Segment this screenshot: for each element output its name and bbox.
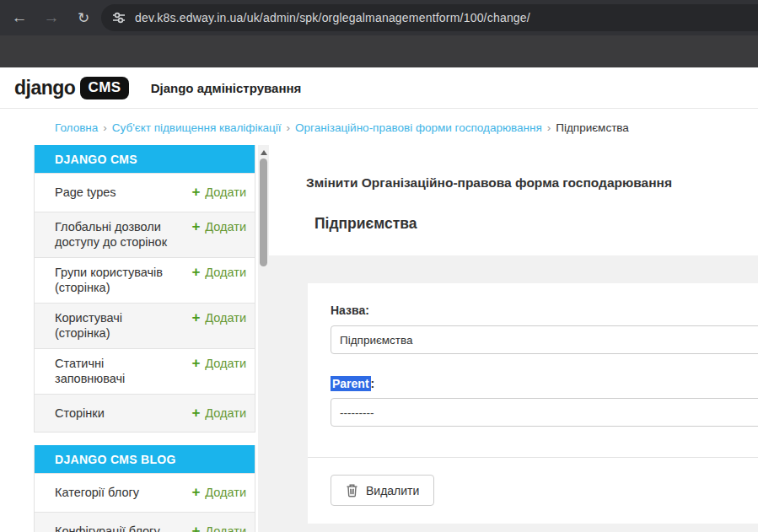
sidebar-item-global-page-permissions[interactable]: Глобальні дозволи доступу до сторінок + … [35,212,255,257]
breadcrumb-current: Підприємства [556,121,629,134]
add-link-label: Додати [205,485,246,500]
django-cms-logo[interactable]: django [14,77,75,99]
forward-icon[interactable]: → [39,0,64,35]
browser-chrome: ← → ↻ dev.k8s.edway.in.ua/uk/admin/spk/o… [0,0,758,67]
plus-icon: + [191,406,200,421]
sidebar-module-title: DJANGO CMS [35,145,255,173]
admin-site-title[interactable]: Django адміністрування [151,81,302,95]
sidebar-scrollbar[interactable] [258,145,269,532]
parent-select[interactable]: --------- [331,398,758,427]
plus-icon: + [191,310,200,325]
sidebar-item-label[interactable]: Користувачі (сторінка) [55,310,175,341]
change-form-panel: Назва: Parent: --------- Видалити [308,283,758,524]
sidebar-item-pages[interactable]: Сторінки + Додати [35,394,255,433]
plus-icon: + [191,265,200,280]
sidebar-item-label[interactable]: Глобальні дозволи доступу до сторінок [55,219,175,250]
plus-icon: + [191,219,200,234]
sidebar-item-label[interactable]: Статичні заповнювачі [55,356,175,387]
add-link-label: Додати [205,185,246,200]
sidebar: DJANGO CMS Page types + Додати Глобальні… [34,145,255,532]
sidebar-item-label[interactable]: Категорії блогу [55,485,175,501]
site-settings-tune-icon[interactable] [112,11,126,24]
add-link-label: Додати [205,356,246,371]
scrollbar-up-arrow-icon[interactable] [261,150,267,155]
add-static-placeholder-link[interactable]: + Додати [191,356,246,371]
delete-button[interactable]: Видалити [331,475,434,506]
sidebar-module-title: DJANGO CMS BLOG [35,445,255,473]
parent-field-label: Parent: [331,377,374,390]
sidebar-item-page-types[interactable]: Page types + Додати [35,173,255,212]
breadcrumb-separator: › [547,121,551,134]
add-page-user-link[interactable]: + Додати [191,310,246,325]
site-header: django CMS Django адміністрування [0,67,758,109]
add-link-label: Додати [205,524,246,532]
breadcrumb-link-org-legal-forms[interactable]: Організаційно-правові форми господарюван… [295,121,542,134]
url-text: dev.k8s.edway.in.ua/uk/admin/spk/orglega… [135,11,530,24]
reload-icon[interactable]: ↻ [71,0,96,35]
sidebar-item-label[interactable]: Page types [55,185,175,201]
delete-button-label: Видалити [366,484,419,497]
add-link-label: Додати [205,265,246,280]
add-global-page-permission-link[interactable]: + Додати [191,219,246,234]
plus-icon: + [191,185,200,200]
add-page-link[interactable]: + Додати [191,406,246,421]
bookmarks-bar [0,35,758,67]
breadcrumb-link-spk[interactable]: Суб'єкт підвищення кваліфікації [112,121,282,134]
name-field-label: Назва: [331,304,369,317]
sidebar-item-page-users[interactable]: Користувачі (сторінка) + Додати [35,303,255,348]
page-title: Змінити Організаційно-правова форма госп… [306,175,672,191]
sidebar-item-static-placeholders[interactable]: Статичні заповнювачі + Додати [35,348,255,394]
parent-label-colon: : [371,377,375,390]
breadcrumb-separator: › [103,121,107,134]
breadcrumb-link-home[interactable]: Головна [55,121,98,134]
add-page-user-group-link[interactable]: + Додати [191,265,246,280]
plus-icon: + [191,356,200,371]
plus-icon: + [191,524,200,532]
form-divider [308,457,758,458]
plus-icon: + [191,485,200,500]
add-link-label: Додати [205,406,246,421]
breadcrumb: Головна › Суб'єкт підвищення кваліфікаці… [0,110,758,145]
sidebar-item-label[interactable]: Конфігурації блогу [55,524,175,532]
add-link-label: Додати [205,310,246,325]
object-title: Підприємства [314,215,417,233]
back-icon[interactable]: ← [7,0,32,35]
cms-logo-badge[interactable]: CMS [80,77,128,99]
add-link-label: Додати [205,219,246,234]
browser-toolbar: ← → ↻ dev.k8s.edway.in.ua/uk/admin/spk/o… [0,0,758,35]
sidebar-item-blog-categories[interactable]: Категорії блогу + Додати [35,473,255,512]
breadcrumb-separator: › [287,121,291,134]
sidebar-item-label[interactable]: Сторінки [55,406,175,422]
add-blog-category-link[interactable]: + Додати [191,485,246,500]
sidebar-module-django-cms: DJANGO CMS Page types + Додати Глобальні… [34,145,255,433]
sidebar-item-blog-configurations[interactable]: Конфігурації блогу + Додати [35,512,255,532]
sidebar-item-page-user-groups[interactable]: Групи користувачів (сторінка) + Додати [35,257,255,303]
name-input[interactable] [331,325,758,354]
add-page-types-link[interactable]: + Додати [191,185,246,200]
address-bar[interactable]: dev.k8s.edway.in.ua/uk/admin/spk/orglega… [101,4,758,31]
sidebar-item-label[interactable]: Групи користувачів (сторінка) [55,265,175,296]
trash-icon [346,483,358,497]
parent-label-selected-text: Parent [331,376,371,391]
sidebar-module-django-cms-blog: DJANGO CMS BLOG Категорії блогу + Додати… [34,445,255,532]
add-blog-configuration-link[interactable]: + Додати [191,524,246,532]
scrollbar-thumb[interactable] [260,159,267,266]
main-content: Змінити Організаційно-правова форма госп… [269,145,758,532]
